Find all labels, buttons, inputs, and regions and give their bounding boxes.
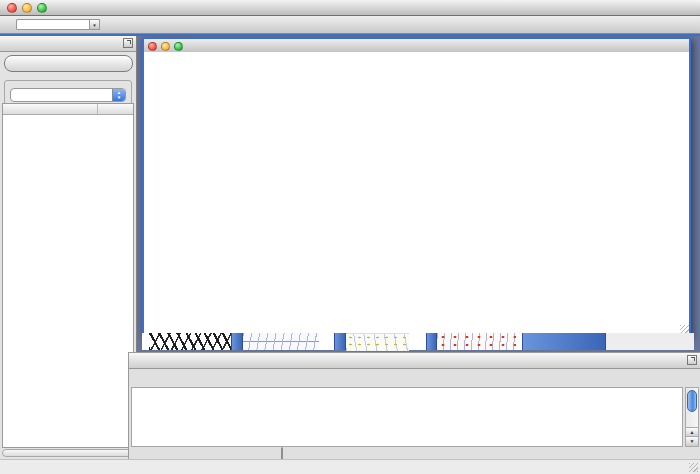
tree-header[interactable]	[3, 104, 133, 115]
search-dropdown-arrow-icon[interactable]: ▼	[89, 19, 100, 30]
network-view-window[interactable]	[142, 37, 691, 336]
table-vertical-scrollbar[interactable]: ▲ ▼	[685, 387, 699, 447]
control-panel: ▲▼ ✓	[0, 36, 137, 460]
maximize-icon[interactable]	[174, 42, 183, 51]
background-window-edge[interactable]	[437, 333, 516, 350]
float-panel-icon[interactable]	[123, 38, 133, 48]
search-input[interactable]	[16, 19, 89, 30]
minimize-window-button[interactable]	[22, 3, 32, 13]
background-window-edge[interactable]	[149, 333, 231, 350]
data-panel: ▲ ▼	[128, 352, 700, 462]
window-resize-grip[interactable]	[689, 463, 698, 472]
strip-gap	[319, 333, 334, 350]
cytoscape-desktop: ▼	[0, 0, 700, 474]
strip-gap	[606, 333, 694, 350]
control-panel-header	[0, 36, 136, 52]
minimize-icon[interactable]	[161, 42, 170, 51]
status-bar	[0, 459, 700, 474]
dropdown-stepper-icon: ▲▼	[112, 89, 125, 101]
attribute-table[interactable]	[131, 387, 683, 447]
tree-column-network[interactable]	[3, 104, 98, 114]
strip-gap	[409, 333, 426, 350]
scroll-down-icon[interactable]: ▼	[686, 436, 698, 446]
strip-gap	[142, 333, 149, 350]
zoom-window-button[interactable]	[37, 3, 47, 13]
close-window-button[interactable]	[7, 3, 17, 13]
tree-column-nodes[interactable]	[98, 104, 133, 114]
window-controls	[7, 3, 47, 13]
background-window-border[interactable]	[522, 333, 606, 350]
network-window-controls	[148, 42, 183, 51]
background-windows-strip	[142, 333, 694, 350]
network-window-titlebar[interactable]	[144, 39, 689, 53]
data-panel-header	[129, 353, 700, 369]
background-window-edge[interactable]	[243, 333, 319, 350]
close-icon[interactable]	[148, 42, 157, 51]
scrollbar-thumb[interactable]	[687, 390, 697, 412]
mdi-desktop	[137, 36, 700, 352]
network-canvas[interactable]	[144, 52, 689, 334]
background-window-border[interactable]	[426, 333, 437, 350]
float-panel-icon[interactable]	[687, 355, 697, 365]
control-panel-scroll-track[interactable]	[2, 449, 134, 457]
dropdown-value	[11, 89, 112, 101]
node-color-dropdown[interactable]: ▲▼	[10, 88, 126, 102]
background-window-edge[interactable]	[346, 333, 409, 351]
window-titlebar[interactable]	[0, 0, 700, 16]
main-toolbar: ▼	[0, 16, 700, 34]
control-panel-tabs	[4, 55, 133, 72]
network-tree	[2, 103, 134, 448]
background-window-border[interactable]	[231, 333, 243, 350]
background-window-border[interactable]	[334, 333, 346, 350]
